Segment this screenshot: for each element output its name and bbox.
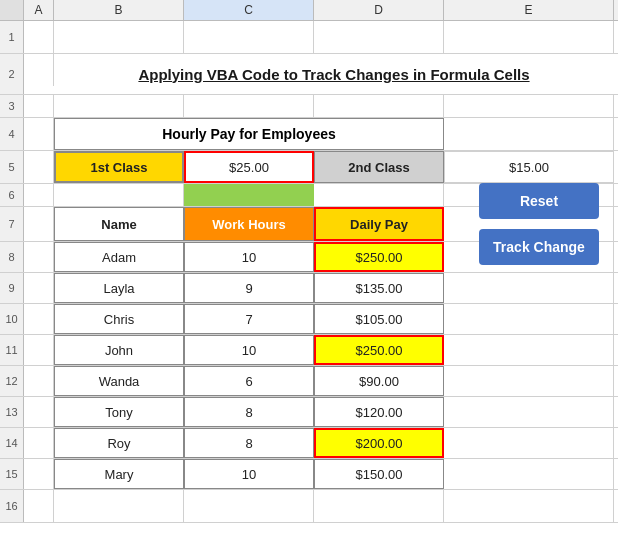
row-12: 12 Wanda 6 $90.00 (0, 366, 618, 397)
cell-d6 (314, 184, 444, 206)
cell-a9 (24, 273, 54, 303)
track-change-button[interactable]: Track Change (479, 229, 599, 265)
cell-hours-mary: 10 (184, 459, 314, 489)
row-14: 14 Roy 8 $200.00 (0, 428, 618, 459)
cell-a2 (24, 54, 54, 86)
col-header-e: E (444, 0, 614, 20)
row-13: 13 Tony 8 $120.00 (0, 397, 618, 428)
title-area: Applying VBA Code to Track Changes in Fo… (54, 54, 614, 94)
cell-e4 (444, 118, 614, 150)
cell-c1 (184, 21, 314, 53)
cell-hours-tony: 8 (184, 397, 314, 427)
cell-a15 (24, 459, 54, 489)
row-num-7: 7 (0, 207, 24, 241)
cell-e15 (444, 459, 614, 489)
cell-hours-chris: 7 (184, 304, 314, 334)
cell-e10 (444, 304, 614, 334)
row-num-12: 12 (0, 366, 24, 396)
row-15: 15 Mary 10 $150.00 (0, 459, 618, 490)
cell-name-chris: Chris (54, 304, 184, 334)
cell-name-roy: Roy (54, 428, 184, 458)
row-num-13: 13 (0, 397, 24, 427)
spreadsheet-title: Applying VBA Code to Track Changes in Fo… (54, 54, 614, 94)
cell-2nd-class: 2nd Class (314, 151, 444, 183)
cell-pay-mary: $150.00 (314, 459, 444, 489)
col-header-a: A (24, 0, 54, 20)
cell-pay-chris: $105.00 (314, 304, 444, 334)
cell-d1 (314, 21, 444, 53)
cell-name-mary: Mary (54, 459, 184, 489)
cell-e1 (444, 21, 614, 53)
cell-class1-value: $25.00 (184, 151, 314, 183)
corner-cell (0, 0, 24, 20)
row-num-2: 2 (0, 54, 24, 94)
cell-pay-adam: $250.00 (314, 242, 444, 272)
data-rows: 8 Adam 10 $250.00 9 Layla 9 $135.00 10 C… (0, 242, 618, 523)
cell-e13 (444, 397, 614, 427)
cell-hours-layla: 9 (184, 273, 314, 303)
cell-pay-tony: $120.00 (314, 397, 444, 427)
cell-pay-wanda: $90.00 (314, 366, 444, 396)
cell-pay-john: $250.00 (314, 335, 444, 365)
header-dailypay: Daily Pay (314, 207, 444, 241)
cell-e7: Reset Track Change (444, 207, 614, 241)
row-num-14: 14 (0, 428, 24, 458)
cell-a10 (24, 304, 54, 334)
cell-c3 (184, 95, 314, 117)
row-num-8: 8 (0, 242, 24, 272)
row-num-11: 11 (0, 335, 24, 365)
reset-button[interactable]: Reset (479, 183, 599, 219)
cell-a12 (24, 366, 54, 396)
cell-b3 (54, 95, 184, 117)
buttons-container: Reset Track Change (465, 177, 613, 271)
cell-1st-class: 1st Class (54, 151, 184, 183)
col-header-c: C (184, 0, 314, 20)
header-workhours: Work Hours (184, 207, 314, 241)
cell-a4 (24, 118, 54, 150)
row-1: 1 (0, 21, 618, 54)
cell-name-john: John (54, 335, 184, 365)
cell-e9 (444, 273, 614, 303)
cell-e14 (444, 428, 614, 458)
cell-a6 (24, 184, 54, 206)
cell-name-adam: Adam (54, 242, 184, 272)
cell-b16 (54, 490, 184, 522)
col-header-d: D (314, 0, 444, 20)
row-num-4: 4 (0, 118, 24, 150)
hourly-pay-header: Hourly Pay for Employees (54, 118, 444, 150)
row-2: 2 Applying VBA Code to Track Changes in … (0, 54, 618, 95)
cell-d16 (314, 490, 444, 522)
row-num-15: 15 (0, 459, 24, 489)
row-16: 16 (0, 490, 618, 523)
cell-hours-adam: 10 (184, 242, 314, 272)
cell-a3 (24, 95, 54, 117)
cell-e16 (444, 490, 614, 522)
row-num-3: 3 (0, 95, 24, 117)
row-num-5: 5 (0, 151, 24, 183)
cell-c6-green (184, 184, 314, 206)
cell-a5 (24, 151, 54, 183)
cell-name-tony: Tony (54, 397, 184, 427)
col-headers: A B C D E (0, 0, 618, 21)
cell-e11 (444, 335, 614, 365)
row-num-1: 1 (0, 21, 24, 53)
row-num-9: 9 (0, 273, 24, 303)
cell-a13 (24, 397, 54, 427)
cell-name-wanda: Wanda (54, 366, 184, 396)
row-num-10: 10 (0, 304, 24, 334)
row-10: 10 Chris 7 $105.00 (0, 304, 618, 335)
cell-a11 (24, 335, 54, 365)
cell-a16 (24, 490, 54, 522)
row-num-6: 6 (0, 184, 24, 206)
row-7: 7 Name Work Hours Daily Pay Reset Track … (0, 207, 618, 242)
cell-b6 (54, 184, 184, 206)
col-header-b: B (54, 0, 184, 20)
cell-a7 (24, 207, 54, 241)
cell-a8 (24, 242, 54, 272)
row-11: 11 John 10 $250.00 (0, 335, 618, 366)
cell-b1 (54, 21, 184, 53)
cell-hours-john: 10 (184, 335, 314, 365)
cell-c16 (184, 490, 314, 522)
row-num-16: 16 (0, 490, 24, 522)
cell-a14 (24, 428, 54, 458)
